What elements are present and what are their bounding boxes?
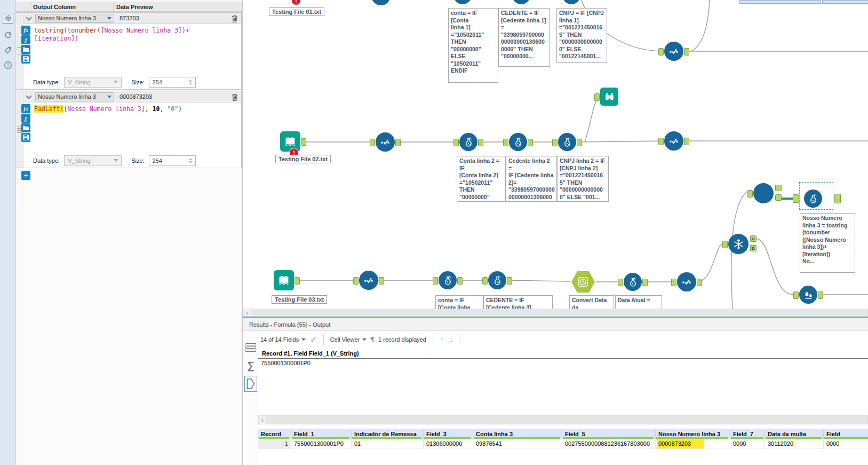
annotation-conta-3[interactable]: conta = IF [Conta linha 3]... bbox=[435, 295, 483, 309]
help-tab-question-icon[interactable]: ? bbox=[3, 60, 13, 70]
tool-formula-cedente-2[interactable] bbox=[509, 133, 527, 151]
tool-browse-binoculars[interactable] bbox=[600, 88, 618, 106]
cell-indicador: 01 bbox=[352, 439, 424, 449]
formula-config-panel: Output Column Data Preview Nosso Numero … bbox=[16, 0, 242, 465]
collapse-chevron-icon[interactable] bbox=[26, 14, 31, 20]
tool-select-row2[interactable] bbox=[376, 132, 395, 152]
annotation-cutoff[interactable] bbox=[822, 0, 868, 4]
grid-data-row[interactable]: 1 7550001300001P0 01 01306000000 0987654… bbox=[258, 439, 868, 449]
workflow-canvas[interactable]: ! Testing File 01.txt conta = IF [Conta … bbox=[243, 0, 868, 309]
results-hscrollbar[interactable]: ‹ bbox=[258, 415, 868, 424]
annotation-cedente-2[interactable]: Cedente linha 2 = IF [Cedente linha 2]= … bbox=[506, 156, 557, 202]
expression-editor-1[interactable]: tostring(tonumber([Nosso Numero linha 3]… bbox=[34, 27, 239, 43]
pilcrow-icon[interactable]: ¶ bbox=[371, 336, 374, 343]
size-input[interactable]: 254 bbox=[149, 77, 196, 88]
next-record-icon[interactable]: ↓ bbox=[449, 335, 453, 344]
annotation-convert-data[interactable]: Convert Data da ... bbox=[569, 295, 614, 309]
record-count-label: 1 record displayed bbox=[378, 336, 426, 343]
tool-select-row1[interactable] bbox=[664, 42, 683, 61]
tool-formula-conta-2[interactable] bbox=[459, 133, 477, 151]
size-spinner[interactable] bbox=[186, 77, 195, 87]
annotation-data-atual[interactable]: Data Atual = ... bbox=[615, 295, 662, 309]
col-header[interactable]: Record bbox=[258, 429, 291, 439]
tool-select-row3-end[interactable] bbox=[677, 272, 696, 291]
scrollbar-thumb[interactable] bbox=[267, 416, 867, 424]
metadata-view-sigma-icon[interactable]: ∑ bbox=[244, 360, 257, 372]
save-expression-button[interactable] bbox=[21, 54, 30, 64]
tool-label-input-1[interactable]: Testing File 01.txt bbox=[269, 7, 324, 16]
tool-select-row3[interactable] bbox=[359, 271, 378, 290]
size-input[interactable]: 254 bbox=[149, 155, 196, 166]
variables-button[interactable]: χ bbox=[21, 35, 30, 44]
col-header[interactable]: Field_3 bbox=[424, 429, 473, 439]
delete-formula-trash-icon[interactable] bbox=[231, 93, 238, 103]
table-view-icon[interactable] bbox=[244, 343, 257, 352]
annotation-cedente-1[interactable]: CEDENTE = IF [Cedente linha 1] = "339805… bbox=[498, 8, 550, 67]
scroll-left-icon[interactable]: ‹ bbox=[259, 416, 267, 424]
macro-output-anchor[interactable] bbox=[775, 194, 782, 201]
tool-input-file-3[interactable] bbox=[274, 270, 294, 290]
previous-record-icon[interactable]: ↑ bbox=[440, 335, 444, 344]
tool-label-input-3[interactable]: Testing File 03.txt bbox=[272, 295, 327, 304]
output-field-dropdown[interactable]: Nosso Numero linha 3 bbox=[35, 92, 114, 101]
col-header[interactable]: Field_7 bbox=[730, 429, 765, 439]
scroll-left-icon[interactable]: ‹ bbox=[243, 309, 251, 316]
data-type-dropdown[interactable]: V_String bbox=[64, 77, 122, 88]
annotation-conta-1[interactable]: conta = IF [Conta linha 1] ="10502011" T… bbox=[448, 8, 498, 83]
data-preview-header: Data Preview bbox=[116, 4, 153, 10]
workflow-tab-refresh-icon[interactable] bbox=[3, 30, 13, 41]
configuration-tab-gear-icon[interactable] bbox=[3, 13, 13, 23]
open-expression-button[interactable] bbox=[21, 123, 30, 132]
annotation-cnpj-1[interactable]: CNPJ = IF [CNPJ linha 1] ="001221450016 … bbox=[556, 8, 607, 63]
tool-formula-cnpj-2[interactable] bbox=[558, 133, 576, 151]
col-header[interactable]: Nosso Numero linha 3 bbox=[656, 429, 730, 439]
data-type-dropdown[interactable]: V_String bbox=[64, 155, 122, 166]
formula-output-anchor[interactable] bbox=[834, 194, 841, 203]
annotation-conta-2[interactable]: Conta linha 2 = IF [Conta linha 2] ="105… bbox=[457, 156, 506, 202]
tool-formula-conta-3[interactable] bbox=[439, 271, 457, 289]
dropdown-caret-icon bbox=[301, 338, 306, 341]
rail-grip-icon[interactable]: ⋯ bbox=[4, 0, 10, 6]
size-spinner[interactable] bbox=[186, 156, 195, 165]
fields-dropdown[interactable]: 14 of 14 Fields bbox=[260, 336, 306, 343]
annotation-cutoff[interactable] bbox=[739, 0, 821, 4]
delete-formula-trash-icon[interactable] bbox=[231, 14, 238, 24]
macro-output-anchor[interactable] bbox=[775, 185, 782, 191]
tool-formula-nosso-numero-selected[interactable] bbox=[804, 190, 822, 208]
annotation-cnpj-2[interactable]: CNPJ linha 2 = IF [CNPJ linha 2] ="00122… bbox=[557, 156, 609, 202]
annotation-nosso-numero[interactable]: Nosso Numero linha 3 = tostring (tonumbe… bbox=[800, 213, 855, 273]
expression-editor-2[interactable]: PadLeft([Nosso Numero linha 3], 10, "0") bbox=[34, 105, 239, 113]
output-field-dropdown[interactable]: Nosso Numero linha 3 bbox=[35, 14, 114, 23]
results-data-grid: Record Field_1 Indicador de Remessa Fiel… bbox=[258, 429, 868, 461]
variables-button[interactable]: χ bbox=[21, 114, 30, 123]
apply-check-icon[interactable]: ✓ bbox=[310, 335, 317, 344]
col-header[interactable]: Conta linha 3 bbox=[473, 429, 562, 439]
annotation-tab-tag-icon[interactable] bbox=[3, 45, 13, 56]
tool-formula-cedente-3[interactable] bbox=[488, 271, 506, 289]
col-header[interactable]: Field_5 bbox=[562, 429, 656, 439]
tool-multi-field-drops[interactable] bbox=[799, 286, 817, 304]
unique-output-anchor-u[interactable]: U bbox=[750, 235, 756, 242]
collapse-chevron-icon[interactable] bbox=[26, 93, 31, 99]
functions-button[interactable]: fx bbox=[21, 26, 30, 35]
cell-viewer-icon[interactable] bbox=[244, 376, 257, 392]
col-header[interactable]: Field_1 bbox=[291, 429, 352, 439]
tool-select-row2-end[interactable] bbox=[664, 131, 683, 151]
tool-macro-circle[interactable] bbox=[753, 183, 774, 203]
add-formula-button[interactable]: + bbox=[21, 171, 30, 180]
tool-formula-data-atual[interactable] bbox=[624, 273, 642, 291]
unique-output-anchor-d[interactable]: D bbox=[750, 245, 756, 251]
tool-label-input-2[interactable]: Testing File 02.txt bbox=[275, 155, 331, 163]
annotation-cedente-3[interactable]: CEDENTE = IF [Cedente linha 3]... bbox=[483, 295, 553, 309]
save-expression-button[interactable] bbox=[21, 133, 30, 142]
col-header[interactable]: Data da multa bbox=[765, 429, 824, 439]
scrollbar-thumb[interactable] bbox=[251, 309, 867, 316]
functions-button[interactable]: fx bbox=[21, 104, 30, 113]
canvas-hscrollbar[interactable]: ‹ bbox=[243, 309, 868, 317]
cell-viewer-dropdown[interactable]: Cell Viewer bbox=[330, 336, 367, 343]
formula-input-anchor[interactable] bbox=[793, 194, 799, 203]
col-header[interactable]: Indicador de Remessa bbox=[352, 429, 424, 439]
col-header[interactable]: Field bbox=[824, 429, 868, 439]
tool-unique-snowflake[interactable] bbox=[728, 234, 748, 254]
open-expression-button[interactable] bbox=[21, 45, 30, 54]
